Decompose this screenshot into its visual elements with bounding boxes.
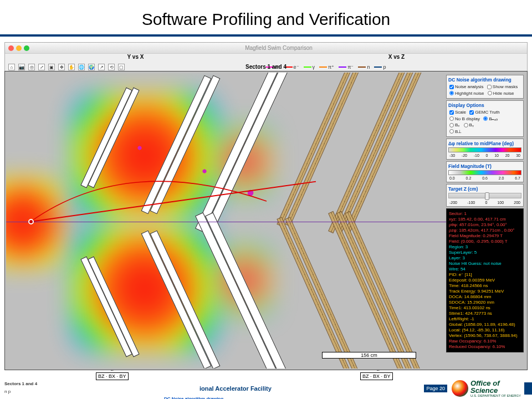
- facility-text: ional Accelerator Facility: [200, 385, 272, 392]
- rb-bz[interactable]: B⊥: [449, 129, 462, 134]
- rb-bmag[interactable]: Bₘₐ₉: [483, 116, 498, 121]
- rb-by[interactable]: Bᵧ: [464, 122, 474, 127]
- rb-no-b[interactable]: No B display: [449, 116, 480, 121]
- title-divider: [0, 34, 532, 37]
- main-plot[interactable]: 156 cm DC Noise algorithm drawing Noise …: [4, 71, 528, 370]
- window-titlebar[interactable]: Magfield Swim Comparison: [5, 43, 527, 54]
- office-of-science-logo: Office of Science U.S. DEPARTMENT OF ENE…: [452, 380, 521, 397]
- sector-label: Sectors 1 and 4: [5, 64, 527, 70]
- panel-target-z: Target Z (cm) -200-1000100200: [446, 184, 524, 207]
- scale-bar: 156 cm: [322, 352, 416, 359]
- dphi-gradient: [448, 147, 521, 152]
- slide-title: Software Profiling and Verification: [0, 0, 532, 34]
- cb-noise-analysis[interactable]: Noise analysis: [449, 84, 484, 89]
- vertex-marker: [28, 219, 34, 224]
- targetz-slider[interactable]: [448, 193, 521, 198]
- panel-field-magnitude: Field Magnitude (T) 0.00.20.62.06.7: [446, 161, 524, 182]
- rb-highlight-noise[interactable]: Highlight noise: [449, 91, 484, 96]
- cb-show-masks[interactable]: Show masks: [487, 84, 518, 89]
- plot-label-left: Y vs X: [5, 54, 266, 62]
- panel-display-options: Display Options Scale GEMC Truth No B di…: [446, 100, 524, 137]
- footer: ional Accelerator Facility Page 20 Offic…: [0, 378, 532, 399]
- side-panels: DC Noise algorithm drawing Noise analysi…: [446, 75, 524, 352]
- rb-hide-noise[interactable]: Hide noise: [488, 91, 514, 96]
- cb-gemc[interactable]: GEMC Truth: [469, 110, 499, 115]
- minimize-icon[interactable]: [16, 45, 22, 51]
- cb-scale[interactable]: Scale: [449, 110, 466, 115]
- rb-bx[interactable]: Bₓ: [449, 122, 460, 127]
- zoom-icon[interactable]: [24, 45, 29, 51]
- page-badge: Page 20: [424, 385, 447, 392]
- panel-dc-noise: DC Noise algorithm drawing Noise analysi…: [446, 75, 524, 99]
- fieldmag-gradient: [448, 170, 521, 175]
- window-title: Magfield Swim Comparison: [245, 45, 313, 51]
- info-terminal: Sector: 1xyz: 185.42, 0.00, 417.71 cmρθφ…: [446, 208, 524, 352]
- close-icon[interactable]: [8, 45, 14, 51]
- panel-dphi: Δφ relative to midPlane (deg) -30-20-100…: [446, 139, 524, 160]
- plot-label-right: X vs Z: [266, 54, 527, 62]
